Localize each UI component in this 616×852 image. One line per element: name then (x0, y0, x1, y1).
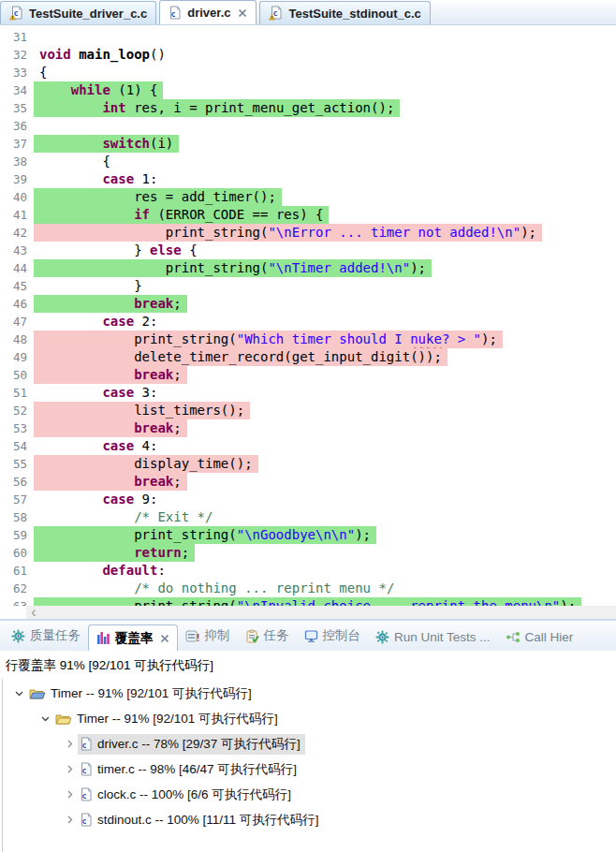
code-line[interactable]: 63 print_string("\nInvalid choice ... re… (0, 597, 616, 606)
code-editor[interactable]: 3132void main_loop()33{34 while (1) {35 … (0, 25, 616, 606)
tree-item[interactable]: Timer -- 91% [92/101 可执行代码行] (3, 706, 616, 731)
code-line[interactable]: 58 /* Exit */ (0, 508, 616, 526)
tree-item-content[interactable]: cclock.c -- 100% [6/6 可执行代码行] (78, 785, 296, 805)
tree-item[interactable]: Timer -- 91% [92/101 可执行代码行] (3, 681, 616, 706)
code-text: return; (34, 544, 195, 562)
editor-tab-TestSuite_stdinout_c.c[interactable]: cTestSuite_stdinout_c.c (259, 1, 430, 24)
horizontal-scrollbar[interactable]: ‹ (26, 606, 616, 619)
code-line[interactable]: 47 case 2: (0, 313, 616, 331)
code-text: list_timers(); (34, 402, 250, 419)
svg-text:c: c (81, 816, 86, 826)
c-file-icon: c (80, 737, 93, 751)
editor-tab-driver.c[interactable]: cdriver.c (159, 0, 257, 24)
code-text: default: (34, 562, 171, 580)
code-line[interactable]: 45 } (0, 277, 616, 295)
tree-item[interactable]: cdriver.c -- 78% [29/37 可执行代码行] (3, 731, 616, 757)
tree-item[interactable]: cstdinout.c -- 100% [11/11 可执行代码行] (3, 807, 616, 832)
line-number: 44 (0, 259, 34, 277)
tree-item-content[interactable]: ctimer.c -- 98% [46/47 可执行代码行] (78, 759, 301, 780)
code-line[interactable]: 52 list_timers(); (0, 402, 616, 419)
code-line[interactable]: 34 while (1) { (0, 81, 616, 99)
close-icon[interactable] (160, 634, 169, 643)
editor-tab-TestSuite_driver_c.c[interactable]: cTestSuite_driver_c.c (0, 1, 156, 24)
tree-item-content[interactable]: Timer -- 91% [92/101 可执行代码行] (53, 709, 283, 729)
chevron-down-icon[interactable] (10, 689, 27, 698)
chevron-right-icon[interactable] (61, 765, 78, 773)
code-line[interactable]: 41 if (ERROR_CODE == res) { (0, 206, 616, 224)
c-file-icon: c (80, 787, 93, 801)
code-line[interactable]: 51 case 3: (0, 384, 616, 402)
line-number: 46 (0, 295, 34, 313)
panel-tab-3[interactable]: 任务 (238, 627, 297, 651)
code-text: break; (34, 419, 187, 437)
panel-tab-6[interactable]: Call Hier (498, 630, 581, 651)
code-line[interactable]: 46 break; (0, 295, 616, 313)
chevron-right-icon[interactable] (61, 790, 78, 799)
line-number: 48 (0, 331, 34, 348)
tree-item-label: stdinout.c -- 100% [11/11 可执行代码行] (97, 812, 319, 829)
code-line[interactable]: 59 print_string("\nGoodbye\n\n"); (0, 526, 616, 544)
tree-item[interactable]: cclock.c -- 100% [6/6 可执行代码行] (3, 782, 616, 807)
panel-tab-0[interactable]: 质量任务 (4, 627, 88, 651)
panel-tab-4[interactable]: 控制台 (297, 627, 369, 651)
coverage-tree: Timer -- 91% [92/101 可执行代码行]Timer -- 91%… (2, 679, 616, 852)
tree-item-content[interactable]: Timer -- 91% [92/101 可执行代码行] (27, 683, 257, 704)
code-line[interactable]: 42 print_string("\nError ... timer not a… (0, 224, 616, 242)
code-line[interactable]: 35 int res, i = print_menu_get_action(); (0, 99, 616, 117)
chevron-right-icon[interactable] (61, 740, 78, 748)
line-number: 47 (0, 313, 34, 331)
svg-text:c: c (171, 9, 176, 19)
code-line[interactable]: 39 case 1: (0, 170, 616, 188)
gear-icon (11, 629, 25, 643)
code-line[interactable]: 31 (0, 28, 616, 46)
code-line[interactable]: 50 break; (0, 366, 616, 384)
code-line[interactable]: 56 break; (0, 473, 616, 491)
code-line[interactable]: 55 display_time(); (0, 455, 616, 473)
line-number: 60 (0, 544, 34, 562)
code-line[interactable]: 53 break; (0, 419, 616, 437)
code-line[interactable]: 38 { (0, 153, 616, 170)
line-number: 34 (0, 81, 34, 99)
code-line[interactable]: 43 } else { (0, 242, 616, 259)
panel-tab-2[interactable]: !抑制 (178, 627, 238, 651)
code-line[interactable]: 61 default: (0, 562, 616, 580)
svg-text:!: ! (196, 632, 199, 643)
code-line[interactable]: 32void main_loop() (0, 46, 616, 64)
chevron-right-icon[interactable] (61, 815, 78, 824)
code-line[interactable]: 60 return; (0, 544, 616, 562)
line-number: 45 (0, 277, 34, 295)
code-line[interactable]: 44 print_string("\nTimer added!\n"); (0, 259, 616, 277)
code-line[interactable]: 40 res = add_timer(); (0, 188, 616, 206)
code-line[interactable]: 36 (0, 117, 616, 135)
line-number: 40 (0, 188, 34, 206)
line-number: 32 (0, 46, 34, 64)
code-line[interactable]: 57 case 9: (0, 491, 616, 508)
panel-tab-label: Call Hier (525, 630, 574, 644)
tree-item[interactable]: ctimer.c -- 98% [46/47 可执行代码行] (3, 757, 616, 782)
code-line[interactable]: 54 case 4: (0, 437, 616, 455)
line-number: 62 (0, 580, 34, 597)
tree-item-content[interactable]: cstdinout.c -- 100% [11/11 可执行代码行] (78, 810, 324, 830)
code-line[interactable]: 33{ (0, 64, 616, 81)
code-text: { (34, 64, 52, 81)
scroll-left-icon[interactable]: ‹ (26, 604, 41, 621)
chevron-down-icon[interactable] (37, 714, 53, 723)
line-number: 49 (0, 348, 34, 366)
panel-tab-5[interactable]: Run Unit Tests ... (368, 630, 498, 651)
code-line[interactable]: 37 switch(i) (0, 135, 616, 153)
code-line[interactable]: 48 print_string("Which timer should I nu… (0, 331, 616, 348)
code-line[interactable]: 62 /* do nothing ... reprint menu */ (0, 580, 616, 597)
code-text: delete_timer_record(get_input_digit()); (34, 348, 447, 366)
tree-item-content[interactable]: cdriver.c -- 78% [29/37 可执行代码行] (78, 734, 305, 755)
close-icon[interactable] (238, 8, 247, 18)
c-file-icon: c (80, 762, 93, 776)
tree-item-label: Timer -- 91% [92/101 可执行代码行] (77, 711, 278, 727)
line-number: 52 (0, 402, 34, 419)
code-line[interactable]: 49 delete_timer_record(get_input_digit()… (0, 348, 616, 366)
panel-tab-1[interactable]: 覆盖率 (88, 624, 178, 651)
tree-item-label: Timer -- 91% [92/101 可执行代码行] (51, 685, 252, 702)
line-number: 61 (0, 562, 34, 580)
line-number: 42 (0, 224, 34, 242)
line-number: 43 (0, 242, 34, 259)
panel-tab-label: 控制台 (323, 627, 361, 644)
